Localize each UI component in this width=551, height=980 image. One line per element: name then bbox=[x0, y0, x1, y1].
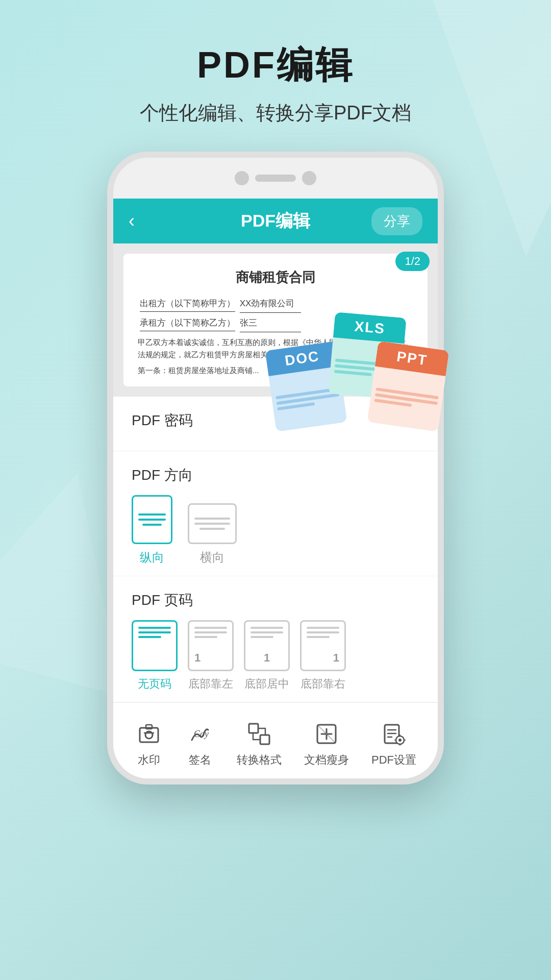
share-button[interactable]: 分享 bbox=[371, 207, 422, 235]
bottom-panel: PDF 密码 PDF 方向 纵向 bbox=[113, 397, 438, 784]
svg-point-14 bbox=[398, 739, 402, 742]
signature-label: 签名 bbox=[189, 752, 211, 768]
bottom-center-option[interactable]: 1 底部居中 bbox=[244, 620, 290, 692]
svg-rect-0 bbox=[140, 728, 158, 742]
phone-notch bbox=[113, 158, 438, 199]
phone-home-bar bbox=[113, 784, 438, 785]
pdf-pagenum-section: PDF 页码 无页码 bbox=[113, 576, 438, 702]
bottom-center-num: 1 bbox=[264, 651, 270, 665]
phone-frame: ‹ PDF编辑 分享 1/2 商铺租赁合同 出租方（以下简称甲方） XX劲有限公… bbox=[107, 152, 444, 785]
portrait-icon bbox=[132, 495, 172, 544]
bottom-toolbar: 水印 Coy 签名 bbox=[113, 702, 438, 784]
signature-icon: Coy bbox=[186, 720, 214, 748]
svg-line-8 bbox=[317, 725, 336, 743]
bottom-center-icon: 1 bbox=[244, 620, 290, 671]
slim-label: 文档瘦身 bbox=[304, 752, 349, 768]
pdf-password-label: PDF 密码 bbox=[132, 411, 419, 430]
portrait-label: 纵向 bbox=[140, 549, 164, 566]
bottom-left-icon: 1 bbox=[188, 620, 234, 671]
document-preview: 1/2 商铺租赁合同 出租方（以下简称甲方） XX劲有限公司 承租方（以下简称乙… bbox=[113, 243, 438, 397]
bottom-right-label: 底部靠右 bbox=[300, 676, 345, 692]
convert-icon bbox=[245, 720, 273, 748]
watermark-icon bbox=[135, 720, 163, 748]
pagenum-options: 无页码 1 bbox=[132, 620, 419, 692]
bottom-center-label: 底部居中 bbox=[244, 676, 289, 692]
phone-mockup: DOC XLS bbox=[102, 152, 449, 795]
doc-article: 第一条：租赁房屋坐落地址及商铺... bbox=[138, 364, 413, 377]
no-pagenum-label: 无页码 bbox=[138, 676, 171, 692]
landscape-label: 横向 bbox=[200, 549, 224, 566]
svg-text:Coy: Coy bbox=[194, 729, 209, 739]
doc-line-1: 出租方（以下简称甲方） XX劲有限公司 bbox=[138, 297, 413, 313]
landscape-icon bbox=[188, 503, 237, 544]
pdf-settings-icon bbox=[380, 720, 408, 748]
doc-body: 甲乙双方本着诚实诚信，互利互惠的原则，根据《中华人民共和国合同法》法律、法规的规… bbox=[138, 336, 413, 361]
camera-right bbox=[302, 171, 316, 185]
toolbar-slim[interactable]: 文档瘦身 bbox=[304, 720, 349, 768]
no-pagenum-option[interactable]: 无页码 bbox=[132, 620, 178, 692]
back-button[interactable]: ‹ bbox=[129, 210, 135, 232]
page-badge: 1/2 bbox=[395, 252, 430, 271]
speaker bbox=[255, 175, 296, 182]
bottom-left-option[interactable]: 1 底部靠左 bbox=[188, 620, 234, 692]
pdf-settings-label: PDF设置 bbox=[371, 752, 416, 768]
svg-rect-3 bbox=[146, 725, 152, 729]
app-bar: ‹ PDF编辑 分享 bbox=[113, 199, 438, 243]
page-title: PDF编辑 bbox=[197, 41, 354, 90]
toolbar-pdf-settings[interactable]: PDF设置 bbox=[371, 720, 416, 768]
page-subtitle: 个性化编辑、转换分享PDF文档 bbox=[140, 100, 411, 126]
svg-rect-5 bbox=[249, 724, 258, 733]
toolbar-convert[interactable]: 转换格式 bbox=[237, 720, 282, 768]
watermark-label: 水印 bbox=[138, 752, 160, 768]
toolbar-watermark[interactable]: 水印 bbox=[135, 720, 163, 768]
pdf-orientation-section: PDF 方向 纵向 bbox=[113, 451, 438, 576]
portrait-option[interactable]: 纵向 bbox=[132, 495, 172, 566]
bottom-left-label: 底部靠左 bbox=[188, 676, 233, 692]
doc-title: 商铺租赁合同 bbox=[138, 266, 413, 288]
app-bar-title: PDF编辑 bbox=[241, 209, 310, 233]
camera-left bbox=[235, 171, 249, 185]
pdf-password-section: PDF 密码 bbox=[113, 397, 438, 451]
svg-rect-6 bbox=[260, 735, 269, 744]
bottom-right-icon: 1 bbox=[300, 620, 346, 671]
landscape-option[interactable]: 横向 bbox=[188, 503, 237, 566]
bottom-left-num: 1 bbox=[194, 651, 201, 665]
convert-label: 转换格式 bbox=[237, 752, 282, 768]
pdf-orientation-label: PDF 方向 bbox=[132, 465, 419, 485]
bottom-right-option[interactable]: 1 底部靠右 bbox=[300, 620, 346, 692]
pdf-pagenum-label: PDF 页码 bbox=[132, 591, 419, 610]
bottom-right-num: 1 bbox=[333, 651, 339, 665]
document-content: 商铺租赁合同 出租方（以下简称甲方） XX劲有限公司 承租方（以下简称乙方） 张… bbox=[123, 254, 428, 386]
no-pagenum-icon bbox=[132, 620, 178, 671]
doc-line-2: 承租方（以下简称乙方） 张三 bbox=[138, 316, 413, 332]
orientation-options: 纵向 横向 bbox=[132, 495, 419, 566]
toolbar-signature[interactable]: Coy 签名 bbox=[186, 720, 214, 768]
slim-icon bbox=[312, 720, 341, 748]
